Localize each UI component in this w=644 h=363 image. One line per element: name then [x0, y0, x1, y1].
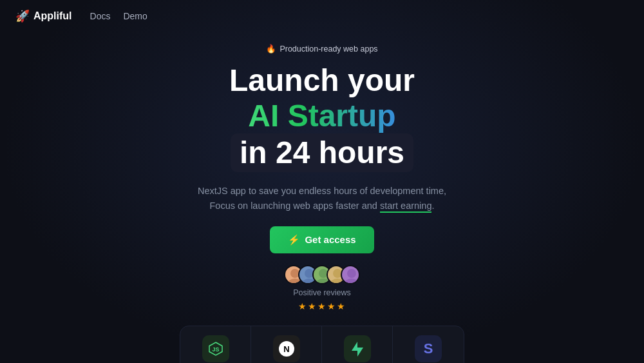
social-proof: Positive reviews ★★★★★	[284, 265, 360, 311]
tech-card-nextjs: N Next.js Framework	[251, 326, 322, 363]
supabase-icon	[344, 335, 371, 362]
badge-text: Production-ready web apps	[279, 44, 377, 54]
tech-card-node: JS Node Runtime	[180, 326, 251, 363]
avatar	[341, 265, 360, 284]
nav-docs[interactable]: Docs	[90, 11, 111, 21]
stars: ★★★★★	[298, 301, 346, 311]
subtext-line1: NextJS app to save you endless hours of …	[198, 184, 446, 199]
subtext: NextJS app to save you endless hours of …	[198, 184, 446, 213]
tech-card-supabase: Supabase SQL Database	[322, 326, 393, 363]
headline-line2: AI Startup	[229, 98, 415, 133]
badge: 🔥 Production-ready web apps	[266, 44, 377, 54]
nav-demo[interactable]: Demo	[123, 11, 147, 21]
avatars	[284, 265, 360, 284]
subtext-line2: Focus on launching web apps faster and s…	[198, 199, 446, 213]
logo[interactable]: 🚀 Appliful	[15, 9, 72, 23]
svg-text:N: N	[283, 344, 289, 354]
tech-grid: JS Node Runtime N Next.js Framework	[180, 326, 464, 363]
logo-text: Appliful	[33, 10, 72, 22]
cta-label: Get access	[305, 234, 355, 245]
headline-line1: Launch your	[229, 63, 415, 98]
tech-grid-wrapper: JS Node Runtime N Next.js Framework	[180, 326, 464, 363]
navbar: 🚀 Appliful Docs Demo	[0, 0, 644, 32]
subtext-highlight: start earning	[380, 201, 432, 213]
svg-point-9	[344, 279, 359, 284]
headline-line3: in 24 hours	[229, 133, 415, 172]
headline: Launch your AI Startup in 24 hours	[229, 63, 415, 172]
nextjs-icon: N	[273, 335, 300, 362]
nav-links: Docs Demo	[90, 11, 147, 21]
hero-section: 🔥 Production-ready web apps Launch your …	[0, 32, 644, 363]
logo-icon: 🚀	[15, 9, 30, 23]
tech-card-stripe: S Stripe Payments	[393, 326, 464, 363]
review-text: Positive reviews	[293, 288, 351, 297]
node-icon: JS	[202, 335, 229, 362]
svg-text:JS: JS	[212, 346, 219, 353]
stripe-letter: S	[424, 340, 433, 357]
headline-line3-text: in 24 hours	[231, 133, 413, 172]
stripe-icon: S	[415, 335, 442, 362]
cta-button[interactable]: ⚡ Get access	[270, 226, 374, 253]
badge-icon: 🔥	[266, 44, 276, 54]
cta-icon: ⚡	[288, 234, 300, 246]
svg-point-8	[347, 269, 356, 278]
